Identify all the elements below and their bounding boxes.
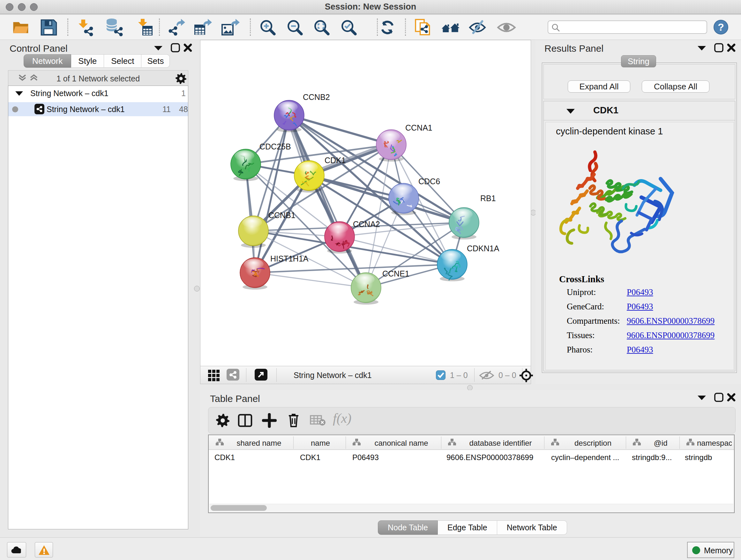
svg-text:HIST1H1A: HIST1H1A [270, 254, 309, 263]
svg-text:CDK1: CDK1 [325, 156, 346, 165]
svg-text:CCNB1: CCNB1 [268, 211, 295, 220]
svg-text:RB1: RB1 [480, 194, 496, 203]
svg-text:CCNA1: CCNA1 [405, 123, 432, 132]
svg-text:CCNB2: CCNB2 [303, 92, 330, 102]
svg-text:CCNA2: CCNA2 [353, 220, 380, 229]
svg-text:CDC6: CDC6 [418, 177, 440, 186]
svg-text:CCNE1: CCNE1 [382, 269, 409, 278]
svg-text:CDKN1A: CDKN1A [467, 244, 499, 253]
svg-text:CDC25B: CDC25B [259, 142, 291, 151]
